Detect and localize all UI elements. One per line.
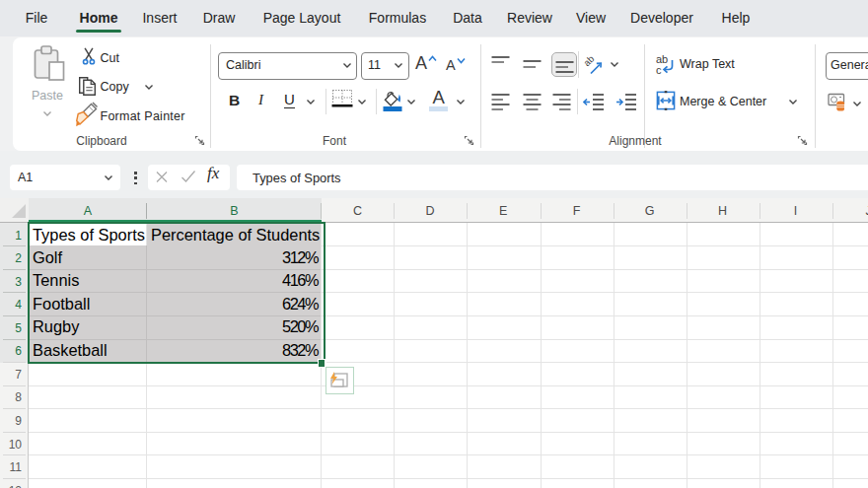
- svg-text:ab: ab: [584, 54, 596, 68]
- svg-text:c: c: [656, 64, 662, 76]
